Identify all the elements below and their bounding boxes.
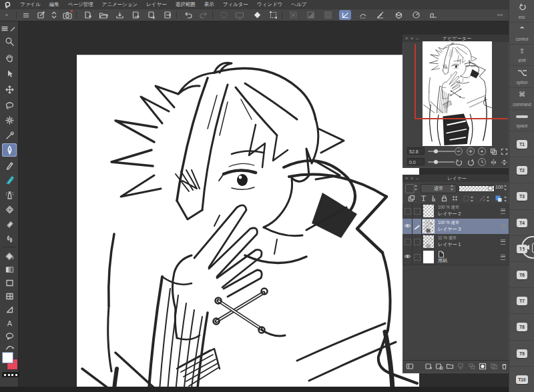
fill-command-icon[interactable] <box>251 10 263 20</box>
key-space[interactable]: space <box>509 109 534 131</box>
foreground-color-swatch[interactable] <box>2 352 13 363</box>
key-t3[interactable]: T3 <box>509 183 534 209</box>
tool-pencil[interactable] <box>2 159 17 172</box>
delete-layer-icon[interactable] <box>501 363 508 370</box>
invert-selection-icon[interactable] <box>304 10 316 20</box>
layer-row-3-selected[interactable]: 100 % 通常 レイヤー 3 <box>403 219 509 235</box>
tool-pen[interactable] <box>2 143 17 157</box>
undo-icon[interactable] <box>182 10 194 20</box>
key-t10[interactable]: T10 <box>509 366 534 392</box>
layer-thumbnail[interactable] <box>423 220 434 233</box>
menu-view[interactable]: 表示 <box>204 1 214 8</box>
key-shift[interactable]: ⇧ shift <box>509 44 534 65</box>
palette-color-selector[interactable] <box>405 184 415 193</box>
export-pages-icon[interactable] <box>146 10 158 20</box>
menu-animation[interactable]: アニメーション <box>102 1 138 8</box>
rotate-left-icon[interactable] <box>455 158 463 166</box>
merge-down-icon[interactable] <box>468 363 476 370</box>
new-folder-icon[interactable] <box>446 363 454 370</box>
layer-row-1[interactable]: 11 % 通常 レイヤー 1 <box>403 234 509 250</box>
color-set-strip[interactable] <box>2 372 19 377</box>
tool-fill[interactable] <box>2 249 17 263</box>
open-file-icon[interactable] <box>97 10 109 20</box>
palette-color-stepper-icon[interactable] <box>415 185 418 191</box>
lock-ink-icon[interactable] <box>430 195 437 202</box>
fit-to-screen-icon[interactable] <box>489 147 497 155</box>
menu-window[interactable]: ウィンドウ <box>257 1 282 8</box>
new-layer-settings-icon[interactable] <box>435 363 443 370</box>
menu-page-manage[interactable]: ページ管理 <box>68 1 93 8</box>
layer-menu-icon[interactable] <box>501 209 505 214</box>
layer-row-2[interactable]: 100 % 通常 レイヤー 2 <box>403 203 509 219</box>
tool-decoration[interactable] <box>2 203 17 216</box>
layer-color-stepper-icon[interactable] <box>504 196 507 202</box>
snap-to-ruler-icon[interactable] <box>339 10 351 20</box>
rotation-slider[interactable] <box>428 161 455 163</box>
select-source-icon[interactable] <box>463 195 470 202</box>
layer-mask-icon[interactable] <box>479 363 487 370</box>
tool-move-layer[interactable] <box>2 83 17 96</box>
key-option[interactable]: option <box>509 65 534 87</box>
export-single-icon[interactable] <box>129 10 142 20</box>
layer-row-paper[interactable]: 用紙 <box>403 249 509 265</box>
layer-menu-icon[interactable] <box>501 224 505 229</box>
transfer-to-lower-icon[interactable] <box>457 363 465 370</box>
panel-layout-icon[interactable] <box>406 363 414 370</box>
ruler-range-icon[interactable] <box>479 195 486 202</box>
flip-vertical-icon[interactable] <box>500 158 508 166</box>
lock-transparent-pixels-icon[interactable] <box>420 195 427 202</box>
menu-edit[interactable]: 編集 <box>49 1 59 8</box>
tool-operation[interactable] <box>2 67 17 80</box>
ruler-range-stepper-icon[interactable] <box>487 196 490 202</box>
tool-marker[interactable] <box>2 173 17 187</box>
panel-close-icon[interactable]: × <box>411 36 413 41</box>
tool-correct-line[interactable] <box>2 340 17 353</box>
fullscreen-icon[interactable] <box>500 147 508 155</box>
deselect-icon[interactable] <box>287 10 299 20</box>
apply-mask-icon[interactable] <box>490 363 498 370</box>
zoom-in-icon[interactable] <box>467 147 475 155</box>
menu-filter[interactable]: フィルター <box>223 1 248 8</box>
main-menu-icon[interactable] <box>20 10 32 20</box>
visibility-eye-icon[interactable] <box>404 223 411 229</box>
menu-layer[interactable]: レイヤー <box>146 1 167 8</box>
select-source-stepper-icon[interactable] <box>471 196 474 202</box>
key-t7[interactable]: T7 <box>509 287 534 313</box>
visibility-eye-icon[interactable] <box>404 253 411 259</box>
key-t1[interactable]: T1 <box>509 131 534 157</box>
workspace-switch-icon[interactable] <box>48 10 60 20</box>
tool-auto-select[interactable] <box>2 113 17 127</box>
layer-name[interactable]: 用紙 <box>438 257 447 264</box>
snap-to-special-ruler-icon[interactable] <box>356 10 368 20</box>
tool-gradient[interactable] <box>2 263 17 276</box>
visibility-checkbox[interactable] <box>405 208 411 215</box>
tool-figure[interactable] <box>2 303 17 316</box>
actual-size-icon[interactable] <box>478 147 486 155</box>
rotate-dial-icon[interactable] <box>410 10 422 20</box>
palette-menu-icon[interactable] <box>1 22 9 35</box>
layer-menu-icon[interactable] <box>501 239 505 245</box>
menu-file[interactable]: ファイル <box>20 1 41 8</box>
selection-border-icon[interactable] <box>322 10 334 20</box>
lock-layer-icon[interactable] <box>441 195 448 202</box>
opacity-stepper-icon[interactable] <box>504 185 507 191</box>
key-t4[interactable]: T4 <box>509 209 534 235</box>
visibility-checkbox[interactable] <box>405 239 411 245</box>
menu-selection[interactable]: 選択範囲 <box>176 1 196 8</box>
new-file-icon[interactable] <box>81 10 93 20</box>
tool-frame-border[interactable] <box>2 276 17 289</box>
tool-airbrush[interactable] <box>2 188 17 201</box>
flip-horizontal-icon[interactable] <box>489 158 497 166</box>
screen-mode-icon[interactable] <box>234 10 246 20</box>
tool-selection[interactable] <box>2 99 17 112</box>
tool-hand[interactable] <box>2 51 17 64</box>
reset-rotation-icon[interactable] <box>478 158 486 166</box>
tool-zoom[interactable] <box>2 35 17 48</box>
tool-blend[interactable] <box>2 232 17 245</box>
layer-name[interactable]: レイヤー 2 <box>438 211 461 217</box>
layer-name[interactable]: レイヤー 3 <box>438 226 461 233</box>
layer-name[interactable]: レイヤー 1 <box>438 241 461 248</box>
key-t6[interactable]: T6 <box>509 261 534 287</box>
tool-text[interactable]: A <box>2 316 17 329</box>
key-t8[interactable]: T8 <box>509 313 534 340</box>
